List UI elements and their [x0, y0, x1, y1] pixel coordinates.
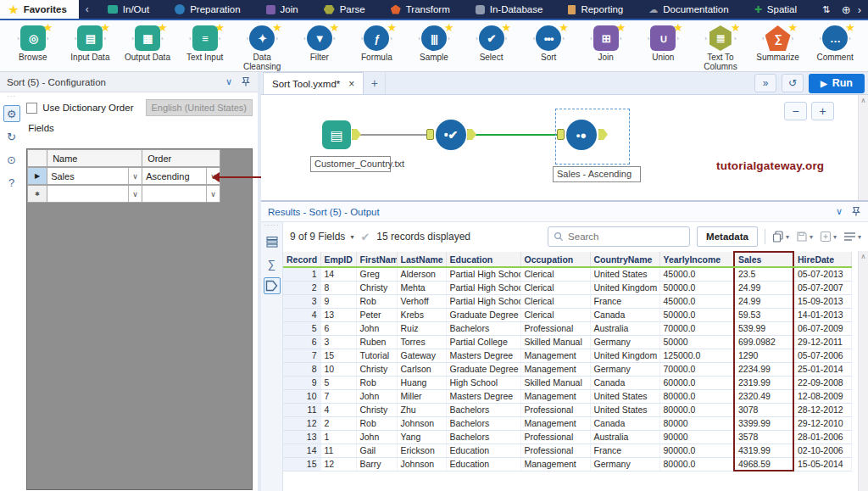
- record-cell[interactable]: 3: [283, 294, 320, 308]
- category-scroll-right-button[interactable]: ›: [858, 3, 861, 16]
- data-cell[interactable]: 3399.99: [734, 416, 793, 430]
- input-data-tool-node[interactable]: ▤: [322, 120, 351, 149]
- data-cell[interactable]: 50000.0: [659, 281, 734, 294]
- data-cell[interactable]: Clerical: [520, 308, 590, 321]
- data-cell[interactable]: 24.99: [734, 281, 793, 294]
- data-cell[interactable]: Christy: [356, 281, 397, 294]
- table-row[interactable]: 715TutorialGatewayMasters DegreeManageme…: [283, 349, 851, 362]
- collapse-panel-icon[interactable]: ∨: [225, 76, 232, 87]
- record-cell[interactable]: 11: [283, 403, 320, 416]
- nav-category-interface[interactable]: ⇅Interface: [810, 0, 835, 19]
- data-cell[interactable]: 70000.0: [659, 362, 734, 376]
- column-header-occupation[interactable]: Occupation: [520, 252, 590, 267]
- data-cell[interactable]: 5: [320, 376, 356, 389]
- palette-tool-browse[interactable]: ›◎›★Browse: [5, 24, 61, 62]
- tab-configuration-gear-icon[interactable]: ⚙: [3, 105, 20, 122]
- data-cell[interactable]: Education: [446, 457, 520, 471]
- data-cell[interactable]: Christy: [356, 362, 397, 376]
- data-cell[interactable]: Alderson: [397, 267, 446, 281]
- data-cell[interactable]: 539.99: [734, 321, 793, 335]
- record-cell[interactable]: 6: [283, 335, 320, 349]
- data-cell[interactable]: Gail: [356, 444, 397, 457]
- data-cell[interactable]: 90000: [659, 430, 734, 444]
- data-cell[interactable]: 12-08-2009: [793, 389, 851, 403]
- workflow-canvas[interactable]: − + ▤ Customer_Country.txt •✔ •● Sales -…: [261, 95, 868, 202]
- data-cell[interactable]: Canada: [590, 416, 659, 430]
- column-header-firstname[interactable]: FirstName: [356, 252, 397, 267]
- data-cell[interactable]: Germany: [590, 457, 659, 471]
- data-cell[interactable]: Management: [520, 389, 590, 403]
- canvas-vertical-scrollbar[interactable]: ∧: [858, 95, 868, 200]
- record-cell[interactable]: 8: [283, 362, 320, 376]
- save-menu-button[interactable]: ▾: [796, 231, 813, 243]
- palette-tool-join[interactable]: ›⊞›★Join: [578, 24, 634, 62]
- data-cell[interactable]: 80000: [659, 416, 734, 430]
- data-cell[interactable]: Bachelors: [446, 403, 520, 416]
- data-cell[interactable]: 4: [320, 403, 356, 416]
- data-cell[interactable]: 06-07-2009: [793, 321, 851, 335]
- data-cell[interactable]: Christy: [356, 403, 397, 416]
- select-tool-node[interactable]: •✔: [436, 120, 466, 150]
- data-cell[interactable]: Ruiz: [397, 321, 446, 335]
- table-row[interactable]: 131JohnYangBachelorsProfessionalAustrali…: [283, 430, 851, 444]
- data-cell[interactable]: 22-09-2008: [793, 376, 851, 389]
- select-output-anchor[interactable]: [467, 129, 476, 140]
- palette-tool-sample[interactable]: ›|||›★Sample: [406, 24, 462, 62]
- data-cell[interactable]: Partial High School: [446, 267, 520, 281]
- table-row[interactable]: 810ChristyCarlsonGraduate DegreeManageme…: [283, 362, 851, 376]
- data-cell[interactable]: Graduate Degree: [446, 362, 520, 376]
- data-cell[interactable]: 28-01-2006: [793, 430, 851, 444]
- data-cell[interactable]: Germany: [590, 335, 659, 349]
- data-cell[interactable]: 14: [320, 267, 356, 281]
- collapse-results-icon[interactable]: ∨: [836, 206, 843, 217]
- table-row[interactable]: 1512BarryJohnsonEducationManagementGerma…: [283, 457, 851, 471]
- dropdown-chevron-icon[interactable]: ∨: [206, 186, 220, 202]
- dropdown-chevron-icon[interactable]: ∨: [128, 186, 142, 202]
- data-cell[interactable]: Skilled Manual: [520, 376, 590, 389]
- palette-tool-summarize[interactable]: ›∑›★Summarize: [750, 24, 806, 62]
- row-selector-icon[interactable]: ▶: [27, 167, 47, 185]
- column-header-yearlyincome[interactable]: YearlyIncome: [659, 252, 734, 267]
- data-cell[interactable]: 4968.59: [734, 457, 793, 471]
- data-cell[interactable]: 1290: [734, 349, 793, 362]
- column-header-record[interactable]: Record: [283, 252, 320, 267]
- scroll-up-icon[interactable]: ∧: [861, 97, 866, 200]
- table-row[interactable]: 95RobHuangHigh SchoolSkilled ManualCanad…: [283, 376, 851, 389]
- column-header-countryname[interactable]: CountryName: [590, 252, 659, 267]
- table-row[interactable]: 39RobVerhoffPartial High SchoolClericalF…: [283, 294, 851, 308]
- drag-handle-dots-icon[interactable]: ·····: [264, 223, 279, 228]
- data-cell[interactable]: 05-07-2006: [793, 349, 851, 362]
- data-cell[interactable]: 45000.0: [659, 267, 734, 281]
- data-cell[interactable]: Gateway: [397, 349, 446, 362]
- data-cell[interactable]: Management: [520, 349, 590, 362]
- data-cell[interactable]: Rob: [356, 416, 397, 430]
- palette-tool-output-data[interactable]: ›▦›★Output Data: [120, 24, 175, 62]
- nav-category-documentation[interactable]: ☁Documentation: [637, 0, 740, 19]
- data-cell[interactable]: 80000.0: [659, 389, 734, 403]
- data-cell[interactable]: 23.5: [734, 267, 793, 281]
- nav-category-spatial[interactable]: ✚Spatial: [743, 0, 809, 19]
- data-cell[interactable]: United States: [590, 389, 659, 403]
- field-order-dropdown[interactable]: Ascending∨: [142, 167, 220, 185]
- palette-tool-select[interactable]: ›✔›★Select: [464, 24, 520, 62]
- data-cell[interactable]: 125000.0: [659, 349, 734, 362]
- use-dictionary-order-checkbox[interactable]: [26, 103, 37, 114]
- column-header-sales[interactable]: Sales: [734, 252, 793, 267]
- data-cell[interactable]: Management: [520, 416, 590, 430]
- table-row[interactable]: 28ChristyMehtaPartial High SchoolClerica…: [283, 281, 851, 294]
- data-cell[interactable]: Professional: [520, 430, 590, 444]
- column-header-empid[interactable]: EmpID: [320, 252, 356, 267]
- zoom-in-button[interactable]: +: [811, 102, 834, 120]
- data-cell[interactable]: 80000.0: [659, 457, 734, 471]
- table-row[interactable]: 63RubenTorresPartial CollegeSkilled Manu…: [283, 335, 851, 349]
- data-cell[interactable]: Education: [446, 444, 520, 457]
- grid-name-header[interactable]: Name: [47, 149, 142, 167]
- view-options-menu-button[interactable]: ▾: [843, 232, 861, 242]
- data-cell[interactable]: France: [590, 294, 659, 308]
- data-cell[interactable]: Greg: [356, 267, 397, 281]
- data-cell[interactable]: 90000.0: [659, 444, 734, 457]
- palette-tool-input-data[interactable]: ›▤›★Input Data: [63, 24, 119, 62]
- data-cell[interactable]: 28-12-2012: [793, 403, 851, 416]
- data-cell[interactable]: High School: [446, 376, 520, 389]
- data-cell[interactable]: Skilled Manual: [520, 335, 590, 349]
